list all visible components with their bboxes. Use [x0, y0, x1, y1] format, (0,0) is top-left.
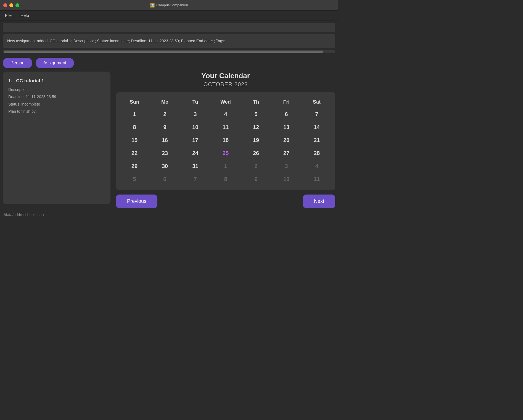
previous-button[interactable]: Previous — [116, 195, 157, 208]
calendar-day[interactable]: 24 — [180, 147, 210, 160]
calendar-header: Tu — [180, 96, 210, 108]
calendar-day[interactable]: 21 — [302, 134, 332, 147]
calendar-header: Wed — [210, 96, 241, 108]
calendar-day[interactable]: 4 — [210, 108, 241, 121]
calendar-day[interactable]: 30 — [150, 160, 180, 173]
app-title-text: CampusCompanion — [156, 3, 188, 7]
calendar-day: 5 — [119, 173, 150, 186]
calendar-day[interactable]: 27 — [271, 147, 302, 160]
calendar-header: Th — [241, 96, 271, 108]
menu-file[interactable]: File — [3, 12, 13, 19]
calendar-day[interactable]: 28 — [302, 147, 332, 160]
calendar-day[interactable]: 11 — [210, 121, 241, 134]
calendar-header: Sun — [119, 96, 150, 108]
assignment-name: CC tutorial 1 — [16, 78, 44, 83]
calendar-day[interactable]: 15 — [119, 134, 150, 147]
calendar-month: OCTOBER 2023 — [116, 81, 335, 88]
calendar-day[interactable]: 16 — [150, 134, 180, 147]
calendar-day[interactable]: 20 — [271, 134, 302, 147]
calendar-day: 2 — [241, 160, 271, 173]
calendar-day[interactable]: 23 — [150, 147, 180, 160]
calendar-day[interactable]: 25 — [210, 147, 241, 160]
calendar-day[interactable]: 14 — [302, 121, 332, 134]
calendar-day[interactable]: 26 — [241, 147, 271, 160]
calendar-header: Sat — [302, 96, 332, 108]
calendar-day[interactable]: 10 — [180, 121, 210, 134]
calendar-day[interactable]: 5 — [241, 108, 271, 121]
menu-help[interactable]: Help — [19, 12, 31, 19]
calendar-day[interactable]: 19 — [241, 134, 271, 147]
calendar-day: 7 — [180, 173, 210, 186]
calendar-day: 3 — [271, 160, 302, 173]
calendar-grid-wrapper: SunMoTuWedThFriSat1234567891011121314151… — [116, 92, 335, 190]
assignment-plan: Plan to finish by: — [8, 108, 105, 114]
calendar-day: 11 — [302, 173, 332, 186]
calendar-day[interactable]: 12 — [241, 121, 271, 134]
calendar-day[interactable]: 22 — [119, 147, 150, 160]
maximize-button[interactable] — [15, 3, 19, 7]
calendar-day[interactable]: 6 — [271, 108, 302, 121]
calendar-day[interactable]: 13 — [271, 121, 302, 134]
notification-text: New assignment added: CC tutorial 1; Des… — [7, 39, 225, 43]
action-buttons: Person Assignment — [3, 58, 335, 68]
menu-bar: File Help — [0, 11, 338, 20]
close-button[interactable] — [3, 3, 7, 7]
calendar-day: 6 — [150, 173, 180, 186]
calendar-day: 10 — [271, 173, 302, 186]
calendar-title: Your Calendar — [116, 72, 335, 80]
traffic-lights — [3, 3, 19, 7]
scrollbar-thumb — [4, 51, 323, 53]
calendar-day[interactable]: 8 — [119, 121, 150, 134]
calendar-day[interactable]: 18 — [210, 134, 241, 147]
calendar-day[interactable]: 29 — [119, 160, 150, 173]
calendar-day[interactable]: 31 — [180, 160, 210, 173]
title-bar: 🖼️ CampusCompanion — [0, 0, 338, 11]
command-input-area — [3, 23, 335, 32]
file-path: ./data/addressbook.json — [3, 212, 44, 217]
calendar-day[interactable]: 7 — [302, 108, 332, 121]
main-content: 1. CC tutorial 1 Description: Deadline: … — [3, 72, 335, 208]
calendar-day: 8 — [210, 173, 241, 186]
calendar-day: 9 — [241, 173, 271, 186]
calendar-navigation: Previous Next — [116, 195, 335, 208]
app-icon: 🖼️ — [150, 3, 155, 7]
assignment-status: Status: incomplete — [8, 101, 105, 107]
assignment-description: Description: — [8, 86, 105, 93]
calendar-grid: SunMoTuWedThFriSat1234567891011121314151… — [119, 96, 332, 186]
calendar-day[interactable]: 1 — [119, 108, 150, 121]
calendar-day: 4 — [302, 160, 332, 173]
calendar-section: Your Calendar OCTOBER 2023 SunMoTuWedThF… — [116, 72, 335, 208]
calendar-day[interactable]: 17 — [180, 134, 210, 147]
calendar-day[interactable]: 9 — [150, 121, 180, 134]
next-button[interactable]: Next — [303, 195, 335, 208]
command-input[interactable] — [6, 25, 332, 30]
calendar-header: Mo — [150, 96, 180, 108]
assignment-title: 1. CC tutorial 1 — [8, 78, 105, 84]
minimize-button[interactable] — [9, 3, 13, 7]
assignment-button[interactable]: Assignment — [36, 58, 74, 68]
assignment-deadline: Deadline: 11-11-2023 23:59 — [8, 94, 105, 100]
window-title: 🖼️ CampusCompanion — [150, 3, 188, 7]
scrollbar[interactable] — [3, 50, 335, 53]
footer-path: ./data/addressbook.json — [3, 212, 335, 217]
assignment-card: 1. CC tutorial 1 Description: Deadline: … — [3, 72, 110, 204]
calendar-day[interactable]: 2 — [150, 108, 180, 121]
assignment-number: 1. — [8, 78, 12, 83]
calendar-header: Fri — [271, 96, 302, 108]
notification-bar: New assignment added: CC tutorial 1; Des… — [3, 34, 335, 48]
calendar-day[interactable]: 3 — [180, 108, 210, 121]
calendar-day: 1 — [210, 160, 241, 173]
person-button[interactable]: Person — [3, 58, 32, 68]
